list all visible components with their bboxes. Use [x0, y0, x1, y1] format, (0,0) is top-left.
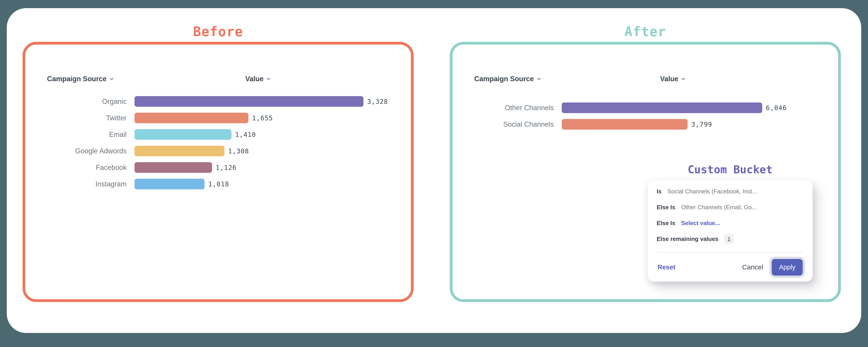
row-label: Google Adwords — [25, 147, 127, 155]
value-bar[interactable] — [134, 146, 224, 156]
table-row: Twitter1,655 — [25, 110, 411, 126]
table-row: Organic3,328 — [25, 93, 411, 110]
table-header-row: Campaign Source Value — [453, 75, 838, 83]
app-background: Before Campaign Source Value — [0, 0, 868, 347]
chevron-down-icon — [536, 76, 541, 82]
select-value-link[interactable]: Select value... — [681, 220, 720, 227]
row-value: 1,655 — [252, 114, 273, 122]
value-bar[interactable] — [134, 162, 212, 173]
condition-keyword: Is — [657, 188, 662, 195]
row-label: Social Channels — [453, 120, 554, 128]
condition-keyword: Else Is — [657, 220, 675, 227]
after-table: Campaign Source Value Other Channels6,04… — [453, 75, 838, 133]
row-value: 1,126 — [216, 164, 237, 171]
row-value: 3,328 — [367, 98, 388, 106]
dialog-footer: Reset Cancel Apply — [657, 253, 804, 282]
custom-bucket-title: Custom Bucket — [648, 163, 813, 176]
value-bar[interactable] — [562, 103, 762, 113]
value-header[interactable]: Value — [660, 75, 686, 83]
before-panel: Campaign Source Value Organic3,328Twitte… — [23, 42, 414, 302]
row-label: Twitter — [25, 114, 127, 122]
before-table: Campaign Source Value Organic3,328Twitte… — [25, 75, 411, 192]
bucket-condition: IsSocial Channels (Facebook, Inst... — [657, 183, 804, 199]
row-value: 3,799 — [691, 121, 712, 128]
row-label: Email — [25, 131, 127, 139]
value-bar[interactable] — [134, 129, 231, 140]
campaign-source-header[interactable]: Campaign Source — [25, 75, 127, 83]
condition-keyword: Else remaining values — [657, 235, 718, 242]
bar-zone: 1,410 — [134, 129, 256, 140]
after-title: After — [450, 24, 841, 39]
bar-zone: 1,655 — [134, 113, 273, 123]
bar-zone: 6,046 — [562, 103, 786, 113]
reset-button[interactable]: Reset — [657, 263, 675, 271]
bucket-condition: Else IsOther Channels (Email, Go... — [657, 199, 804, 215]
value-bar[interactable] — [134, 113, 248, 123]
bucket-condition: Else remaining valuesi — [657, 231, 804, 247]
campaign-source-header-label: Campaign Source — [47, 75, 107, 83]
bar-zone: 1,018 — [134, 179, 229, 189]
row-value: 1,410 — [235, 131, 256, 139]
row-label: Organic — [25, 97, 127, 106]
value-header[interactable]: Value — [245, 75, 271, 83]
campaign-source-header-label: Campaign Source — [474, 75, 534, 83]
row-label: Facebook — [25, 164, 127, 172]
cancel-button[interactable]: Cancel — [742, 263, 763, 271]
chevron-down-icon — [266, 76, 271, 82]
chevron-down-icon — [681, 76, 686, 82]
table-row: Google Adwords1,308 — [25, 143, 411, 159]
row-label: Other Channels — [453, 104, 554, 112]
custom-bucket-dialog: IsSocial Channels (Facebook, Inst...Else… — [648, 180, 813, 282]
table-row: Instagram1,018 — [25, 176, 411, 192]
row-value: 1,308 — [228, 147, 249, 155]
bucket-condition: Else IsSelect value... — [657, 215, 804, 231]
bar-zone: 1,126 — [134, 162, 237, 173]
value-bar[interactable] — [562, 119, 688, 129]
value-header-label: Value — [660, 75, 678, 83]
apply-button[interactable]: Apply — [772, 259, 803, 276]
row-value: 6,046 — [766, 104, 786, 112]
table-row: Email1,410 — [25, 126, 411, 143]
bar-zone: 3,799 — [562, 119, 712, 129]
value-bar[interactable] — [134, 96, 364, 107]
info-icon[interactable]: i — [724, 234, 734, 244]
bar-zone: 1,308 — [134, 146, 249, 156]
before-title: Before — [23, 24, 414, 39]
table-row: Social Channels3,799 — [453, 116, 838, 133]
table-row: Other Channels6,046 — [453, 99, 838, 116]
after-table-rows: Other Channels6,046Social Channels3,799 — [453, 99, 838, 133]
condition-keyword: Else Is — [657, 204, 675, 211]
value-bar[interactable] — [134, 179, 205, 189]
main-card: Before Campaign Source Value — [7, 8, 861, 333]
chevron-down-icon — [109, 76, 114, 82]
condition-value[interactable]: Other Channels (Email, Go... — [681, 204, 756, 211]
table-header-row: Campaign Source Value — [25, 75, 411, 83]
row-value: 1,018 — [208, 180, 229, 188]
table-row: Facebook1,126 — [25, 159, 411, 176]
bar-zone: 3,328 — [134, 96, 388, 107]
condition-value[interactable]: Social Channels (Facebook, Inst... — [668, 188, 757, 195]
bucket-conditions: IsSocial Channels (Facebook, Inst...Else… — [657, 183, 804, 247]
campaign-source-header[interactable]: Campaign Source — [453, 75, 554, 83]
before-table-rows: Organic3,328Twitter1,655Email1,410Google… — [25, 93, 411, 192]
value-header-label: Value — [245, 75, 264, 83]
row-label: Instagram — [25, 180, 127, 188]
